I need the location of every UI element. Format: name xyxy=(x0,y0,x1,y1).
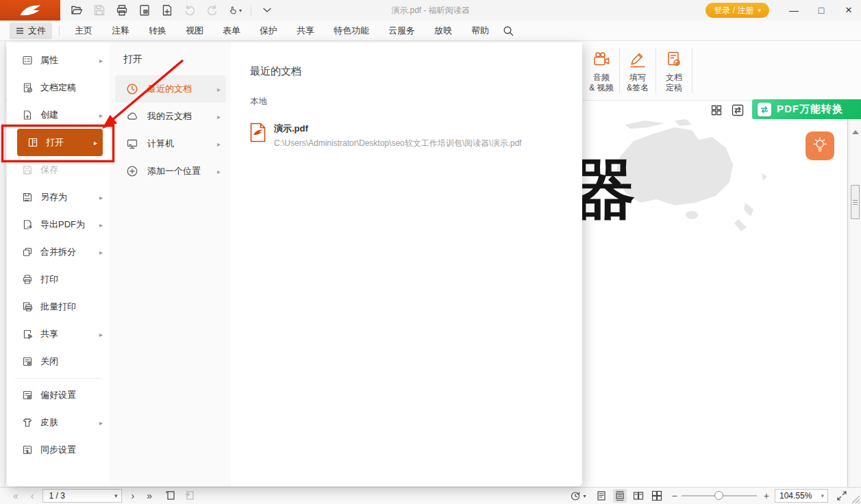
minimize-button[interactable]: — xyxy=(788,5,799,16)
scrollbar-up-arrow[interactable] xyxy=(852,130,859,134)
open-add-place[interactable]: 添加一个位置▸ xyxy=(115,158,226,185)
tab-cloud-service[interactable]: 云服务 xyxy=(379,21,425,40)
previous-view-icon[interactable] xyxy=(165,490,177,502)
file-menu-panel: 属性▸ 文档定稿 创建▸ 打开▸ 保存 另存为▸ xyxy=(7,42,110,486)
single-page-view-icon[interactable] xyxy=(595,489,608,503)
titlebar-right: 登录 / 注册 ▾ — □ × xyxy=(706,0,854,21)
menu-item-sync-settings[interactable]: 同步设置 xyxy=(7,436,110,464)
toolbar-separator xyxy=(251,5,251,16)
menu-item-save-as[interactable]: 另存为▸ xyxy=(7,184,110,211)
search-icon[interactable] xyxy=(503,25,514,36)
hand-tool-icon[interactable]: ▾ xyxy=(228,3,242,17)
tab-view[interactable]: 视图 xyxy=(176,21,213,40)
continuous-view-icon[interactable] xyxy=(613,489,627,503)
lightbulb-icon xyxy=(810,136,830,156)
new-document-icon[interactable] xyxy=(160,3,174,17)
swap-view-icon[interactable] xyxy=(731,103,745,117)
close-button[interactable]: × xyxy=(843,3,854,17)
page-organize-icon[interactable] xyxy=(138,3,151,17)
menu-item-properties[interactable]: 属性▸ xyxy=(7,47,110,74)
vertical-scrollbar[interactable] xyxy=(849,119,861,487)
menu-item-share[interactable]: 共享▸ xyxy=(7,320,110,348)
submenu-arrow-icon: ▸ xyxy=(99,112,103,119)
page-number-input[interactable]: 1 / 3 ▾ xyxy=(42,489,122,503)
menu-item-doc-finalize[interactable]: 文档定稿 xyxy=(7,74,110,101)
menu-item-batch-print[interactable]: 批量打印 xyxy=(7,293,110,320)
foxit-logo xyxy=(0,0,60,21)
statusbar: « ‹ 1 / 3 ▾ › » ▾ − + 104.55 xyxy=(0,487,861,504)
tab-slideshow[interactable]: 放映 xyxy=(425,21,462,40)
first-page-button[interactable]: « xyxy=(7,490,25,501)
combine-split-icon xyxy=(22,247,33,257)
tab-convert[interactable]: 转换 xyxy=(139,21,176,40)
menu-item-skin[interactable]: 皮肤▸ xyxy=(7,409,110,436)
doc-finalize-button[interactable]: 文档定稿 xyxy=(656,41,692,100)
page-caret-icon[interactable]: ▾ xyxy=(114,492,122,499)
tab-protect[interactable]: 保护 xyxy=(250,21,287,40)
audio-video-label-1: 音频 xyxy=(593,73,610,82)
menu-item-open[interactable]: 打开▸ xyxy=(17,129,103,156)
next-page-button[interactable]: › xyxy=(125,490,140,501)
previous-page-button[interactable]: ‹ xyxy=(25,490,40,501)
resize-grip[interactable] xyxy=(850,494,860,504)
tab-home[interactable]: 主页 xyxy=(65,21,102,40)
rotate-view-caret[interactable]: ▾ xyxy=(584,493,586,499)
doc-finalize-label-2: 定稿 xyxy=(666,83,682,92)
menu-item-close[interactable]: 关闭 xyxy=(7,348,110,375)
zoom-in-button[interactable]: + xyxy=(764,490,769,501)
grid-view-icon[interactable] xyxy=(710,103,723,117)
zoom-caret-icon[interactable]: ▾ xyxy=(821,492,827,499)
last-page-button[interactable]: » xyxy=(140,490,158,501)
fill-sign-label-1: 填写 xyxy=(629,73,646,82)
open-recent-documents[interactable]: 最近的文档▸ xyxy=(115,75,226,103)
scrollbar-thumb[interactable] xyxy=(851,185,860,219)
audio-video-button[interactable]: 音频& 视频 xyxy=(584,41,619,100)
foxit-bird-icon xyxy=(18,3,42,18)
file-menu-button[interactable]: 文件 xyxy=(10,23,52,39)
open-book-icon xyxy=(27,137,38,148)
menu-item-preferences[interactable]: 偏好设置 xyxy=(7,381,110,409)
menu-item-export-pdf[interactable]: 导出PDF为▸ xyxy=(7,211,110,238)
zoom-slider-thumb[interactable] xyxy=(714,491,723,500)
zoom-slider[interactable] xyxy=(682,491,757,501)
menu-item-combine-split[interactable]: 合并拆分▸ xyxy=(7,238,110,266)
ribbon-groups: 音频& 视频 填写&签名 文档定稿 xyxy=(584,41,692,100)
share-icon xyxy=(22,329,33,340)
rotate-view-icon[interactable] xyxy=(569,489,582,503)
zoom-level-input[interactable]: 104.55% ▾ xyxy=(775,489,828,503)
menu-item-print[interactable]: 打印 xyxy=(7,266,110,293)
zoom-out-button[interactable]: − xyxy=(672,490,677,501)
convert-button-label: PDF万能转换 xyxy=(777,103,843,116)
submenu-arrow-icon: ▸ xyxy=(99,419,103,427)
tips-lightbulb-button[interactable] xyxy=(806,131,834,160)
print-icon[interactable] xyxy=(115,3,129,17)
tab-comment[interactable]: 注释 xyxy=(102,21,139,40)
login-register-button[interactable]: 登录 / 注册 ▾ xyxy=(706,3,769,18)
tab-share[interactable]: 共享 xyxy=(287,21,324,40)
open-my-cloud-documents[interactable]: 我的云文档▸ xyxy=(115,103,226,130)
tab-features[interactable]: 特色功能 xyxy=(324,21,379,40)
fullscreen-icon[interactable] xyxy=(835,489,849,503)
pen-icon xyxy=(629,51,647,68)
undo-icon xyxy=(183,3,197,17)
submenu-arrow-icon: ▸ xyxy=(99,249,103,256)
hamburger-icon xyxy=(16,27,24,35)
sub-toolbar-right: PDF万能转换 xyxy=(710,101,861,119)
facing-view-icon[interactable] xyxy=(632,489,645,503)
recent-file-row[interactable]: 演示.pdf C:\Users\Administrator\Desktop\se… xyxy=(250,123,582,149)
open-computer[interactable]: 计算机▸ xyxy=(115,130,226,158)
maximize-button[interactable]: □ xyxy=(816,5,827,16)
recent-file-path: C:\Users\Administrator\Desktop\seo软文工作培训… xyxy=(274,138,521,149)
menu-item-create[interactable]: 创建▸ xyxy=(7,101,110,129)
tab-help[interactable]: 帮助 xyxy=(462,21,499,40)
hand-tool-caret[interactable]: ▾ xyxy=(239,8,242,14)
submenu-arrow-icon: ▸ xyxy=(94,139,97,147)
toolbar-chevron-icon[interactable] xyxy=(260,3,274,17)
pdf-convert-button[interactable]: PDF万能转换 xyxy=(752,99,861,119)
open-file-icon[interactable] xyxy=(70,3,84,17)
save-icon xyxy=(22,164,33,175)
continuous-facing-view-icon[interactable] xyxy=(650,489,664,503)
open-submenu-panel: 打开 最近的文档▸ 我的云文档▸ 计算机▸ 添加一个位置▸ xyxy=(110,42,231,486)
tab-form[interactable]: 表单 xyxy=(213,21,250,40)
fill-sign-button[interactable]: 填写&签名 xyxy=(620,41,656,100)
